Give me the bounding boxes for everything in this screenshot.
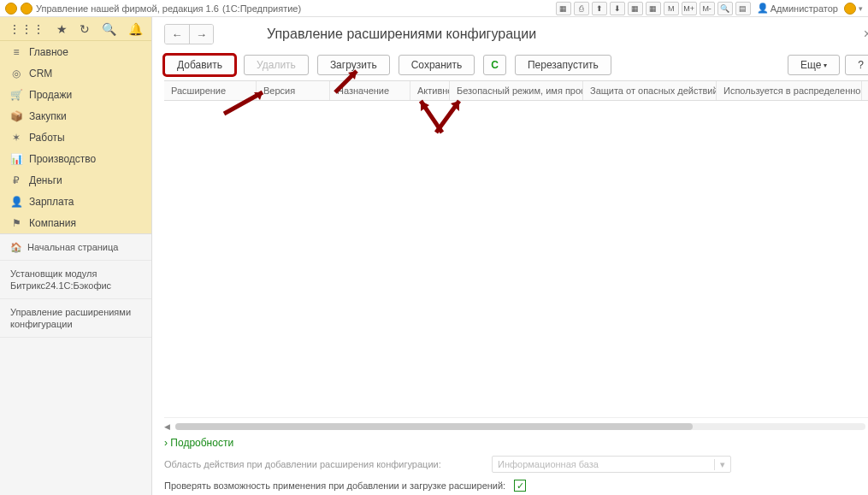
nav-item-5[interactable]: 📊Производство bbox=[0, 148, 151, 169]
load-button[interactable]: Загрузить bbox=[317, 55, 390, 75]
history-icon[interactable]: ↻ bbox=[80, 22, 90, 36]
sub-item-extensions[interactable]: Управление расширениями конфигурации bbox=[0, 299, 151, 338]
nav-label: Компания bbox=[29, 217, 76, 229]
nav-item-7[interactable]: 👤Зарплата bbox=[0, 191, 151, 212]
nav-icon: 🛒 bbox=[10, 89, 22, 101]
toolbar: Добавить Удалить Загрузить Сохранить C П… bbox=[152, 50, 868, 80]
info-dropdown[interactable]: ▾ bbox=[859, 4, 863, 13]
add-button[interactable]: Добавить bbox=[164, 55, 235, 75]
titlebar-btn-0[interactable]: ▦ bbox=[556, 2, 571, 15]
page-title: Управление расширениями конфигурации bbox=[267, 27, 536, 42]
home-link[interactable]: 🏠 Начальная страница bbox=[0, 234, 151, 261]
forward-button[interactable]: → bbox=[189, 25, 213, 44]
scope-row: Область действия при добавлении расширен… bbox=[152, 452, 868, 476]
nav-icon: ≡ bbox=[10, 46, 22, 58]
nav-label: Закупки bbox=[29, 110, 67, 122]
nav-icon: ⚑ bbox=[10, 217, 22, 229]
titlebar-btn-6[interactable]: M bbox=[664, 2, 679, 15]
info-orb[interactable] bbox=[844, 3, 856, 15]
app-orb-2 bbox=[21, 3, 32, 15]
bell-icon[interactable]: 🔔 bbox=[128, 22, 143, 36]
nav-label: Деньги bbox=[29, 174, 62, 186]
save-button[interactable]: Сохранить bbox=[399, 55, 475, 75]
star-icon[interactable]: ★ bbox=[56, 22, 68, 36]
col-5[interactable]: Защита от опасных действий bbox=[583, 81, 717, 100]
col-6[interactable]: Используется в распределенной ИБ bbox=[717, 81, 862, 100]
nav-label: Работы bbox=[29, 132, 65, 144]
titlebar-btn-5[interactable]: ▦ bbox=[646, 2, 661, 15]
titlebar-btn-7[interactable]: M+ bbox=[682, 2, 697, 15]
nav-item-1[interactable]: ◎CRM bbox=[0, 62, 151, 84]
scope-select[interactable]: Информационная база▾ bbox=[492, 456, 731, 473]
table-header: РасширениеВерсияНазначениеАктивноБезопас… bbox=[164, 80, 868, 101]
nav-item-0[interactable]: ≡Главное bbox=[0, 41, 151, 62]
nav-icon: 📊 bbox=[10, 153, 22, 165]
nav-item-4[interactable]: ✶Работы bbox=[0, 127, 151, 148]
user-label[interactable]: 👤 Администратор bbox=[757, 3, 838, 14]
nav-item-2[interactable]: 🛒Продажи bbox=[0, 84, 151, 105]
scope-label: Область действия при добавлении расширен… bbox=[164, 459, 441, 469]
titlebar-btn-3[interactable]: ⬇ bbox=[610, 2, 625, 15]
nav-item-3[interactable]: 📦Закупки bbox=[0, 105, 151, 127]
search-icon[interactable]: 🔍 bbox=[102, 22, 116, 36]
nav-icon: ✶ bbox=[10, 132, 22, 144]
nav-arrows: ← → bbox=[164, 24, 214, 44]
more-button[interactable]: Еще ▾ bbox=[788, 55, 840, 75]
main: ← → Управление расширениями конфигурации… bbox=[152, 17, 868, 495]
app-orb-1 bbox=[5, 3, 17, 15]
details-toggle[interactable]: Подробности bbox=[152, 432, 868, 452]
titlebar-btn-9[interactable]: 🔍 bbox=[717, 2, 733, 15]
nav-label: Зарплата bbox=[29, 196, 74, 208]
nav-icon: ₽ bbox=[10, 174, 22, 186]
sidebar-top-icons: ⋮⋮⋮ ★ ↻ 🔍 🔔 bbox=[0, 17, 151, 41]
h-scrollbar[interactable]: ◀▶ bbox=[164, 421, 868, 432]
refresh-button[interactable]: C bbox=[483, 55, 506, 75]
back-button[interactable]: ← bbox=[165, 25, 189, 44]
nav-item-8[interactable]: ⚑Компания bbox=[0, 212, 151, 233]
platform-name: (1С:Предприятие) bbox=[222, 3, 301, 14]
nav-icon: 📦 bbox=[10, 110, 22, 122]
col-2[interactable]: Назначение bbox=[330, 81, 410, 100]
titlebar-right: ▦⎙⬆⬇▦▦MM+M-🔍▤ 👤 Администратор ▾ bbox=[556, 2, 863, 15]
nav-label: Главное bbox=[29, 46, 68, 58]
delete-button: Удалить bbox=[244, 55, 309, 75]
nav-icon: ◎ bbox=[10, 68, 22, 80]
close-button[interactable]: × bbox=[864, 27, 868, 42]
check-label: Проверять возможность применения при доб… bbox=[164, 480, 505, 491]
table-body bbox=[164, 101, 868, 418]
titlebar-btn-8[interactable]: M- bbox=[700, 2, 715, 15]
col-1[interactable]: Версия bbox=[257, 81, 330, 100]
col-4[interactable]: Безопасный режим, имя профиля bbox=[450, 81, 583, 100]
nav-item-6[interactable]: ₽Деньги bbox=[0, 169, 151, 191]
sub-item-bitrix[interactable]: Установщик модуля Битрикс24.1С:Бэкофис bbox=[0, 261, 151, 299]
help-button[interactable]: ? bbox=[845, 55, 868, 75]
restart-button[interactable]: Перезапустить bbox=[515, 55, 611, 75]
col-0[interactable]: Расширение bbox=[164, 81, 257, 100]
titlebar-btn-2[interactable]: ⬆ bbox=[592, 2, 607, 15]
sidebar-sub: 🏠 Начальная страница Установщик модуля Б… bbox=[0, 233, 151, 495]
nav-label: Производство bbox=[29, 153, 96, 165]
titlebar-btn-10[interactable]: ▤ bbox=[735, 2, 751, 15]
nav: ≡Главное◎CRM🛒Продажи📦Закупки✶Работы📊Прои… bbox=[0, 41, 151, 233]
check-row: Проверять возможность применения при доб… bbox=[152, 476, 868, 495]
nav-label: CRM bbox=[29, 68, 52, 80]
nav-icon: 👤 bbox=[10, 196, 22, 208]
check-apply[interactable]: ✓ bbox=[514, 480, 526, 492]
sidebar: ⋮⋮⋮ ★ ↻ 🔍 🔔 ≡Главное◎CRM🛒Продажи📦Закупки… bbox=[0, 17, 152, 495]
page-head: ← → Управление расширениями конфигурации… bbox=[152, 17, 868, 50]
col-3[interactable]: Активно bbox=[410, 81, 450, 100]
titlebar-btn-4[interactable]: ▦ bbox=[628, 2, 643, 15]
nav-label: Продажи bbox=[29, 89, 72, 101]
app-name: Управление нашей фирмой, редакция 1.6 bbox=[36, 3, 219, 14]
titlebar-btn-1[interactable]: ⎙ bbox=[574, 2, 589, 15]
titlebar: Управление нашей фирмой, редакция 1.6 (1… bbox=[0, 0, 868, 17]
col-7[interactable]: О bbox=[862, 81, 868, 100]
grid-icon[interactable]: ⋮⋮⋮ bbox=[9, 22, 44, 36]
